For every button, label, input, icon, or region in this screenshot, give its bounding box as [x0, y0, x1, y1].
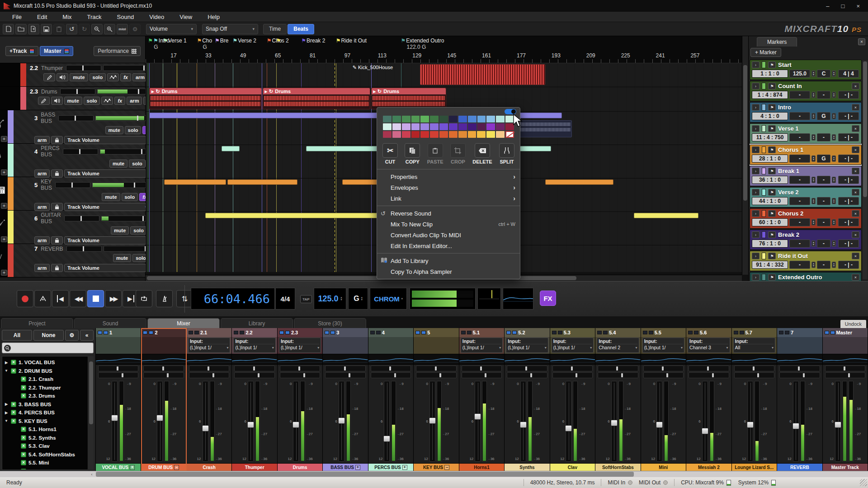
marker-tempo-field[interactable]: -: [789, 261, 810, 269]
beats-toggle-button[interactable]: Beats: [288, 24, 314, 34]
audio-clip[interactable]: ▸↻Drums: [371, 88, 446, 109]
pan-slider[interactable]: [734, 366, 774, 371]
channel-name-label[interactable]: Thumper: [232, 463, 277, 471]
eq-display[interactable]: [141, 354, 186, 365]
mute-button[interactable]: mute: [70, 73, 88, 81]
menu-file[interactable]: File: [5, 14, 29, 20]
new-file-icon-button[interactable]: [3, 24, 14, 34]
automation-param-select[interactable]: Track Volume▾: [64, 203, 150, 211]
send-slider[interactable]: [598, 372, 638, 378]
volume-fader[interactable]: [702, 381, 708, 462]
track-visible-checkbox[interactable]: ×: [11, 418, 16, 424]
channel-name-label[interactable]: Messiah 2: [686, 463, 731, 471]
send-slider[interactable]: [552, 372, 593, 378]
mixer-strip-1[interactable]: 106129182736VOCAL BUS+: [96, 328, 141, 471]
master-fx-button[interactable]: FX: [540, 291, 556, 306]
volume-fader[interactable]: [656, 381, 662, 462]
track-visible-checkbox[interactable]: ×: [21, 385, 26, 390]
menu-mix[interactable]: Mix: [55, 14, 79, 20]
menu-item-edit-in-external-editor[interactable]: Edit In External Editor...: [377, 240, 520, 251]
track-visible-checkbox[interactable]: ×: [21, 393, 26, 399]
expand-track-button[interactable]: +: [1, 270, 7, 276]
mixer-strip-4[interactable]: 406129182736PERCS BUS+: [368, 328, 414, 471]
color-swatch[interactable]: [411, 123, 420, 130]
marker-tempo-field[interactable]: -: [789, 112, 810, 120]
pan-slider[interactable]: [689, 366, 729, 371]
color-swatch[interactable]: [449, 131, 458, 138]
send-slider[interactable]: [825, 372, 865, 378]
pan-slider[interactable]: [643, 366, 684, 371]
clip-loop-icon[interactable]: ↻: [377, 89, 382, 94]
color-swatch[interactable]: [458, 131, 467, 138]
marker-time-field[interactable]: 1 : 1 : 0: [752, 70, 788, 78]
timeline-marker[interactable]: ⚑Bre: [215, 38, 228, 44]
paste-button[interactable]: PASTE: [427, 143, 443, 164]
marker-tempo-field[interactable]: -: [789, 133, 810, 141]
audio-clip[interactable]: [634, 213, 698, 218]
spinner-icon[interactable]: ▴▾: [811, 219, 816, 225]
channel-name-label[interactable]: Mini: [641, 463, 686, 471]
marker-timesig-field[interactable]: - | -: [838, 155, 859, 163]
clip-play-icon[interactable]: ▸: [265, 89, 268, 94]
audio-clip[interactable]: ▸↻Drums: [263, 88, 371, 109]
volume-slider[interactable]: [92, 182, 150, 188]
input-select[interactable]: Input:Channel 3▾: [688, 338, 730, 353]
volume-fader[interactable]: [566, 381, 571, 462]
channel-name-label[interactable]: VOCAL BUS+: [96, 463, 141, 471]
marker-row[interactable]: ›⚑Ride it Out×91 : 4 : 332-▴▾-▴▾- | -: [750, 251, 862, 271]
marker-color-swatch[interactable]: [762, 210, 766, 217]
color-swatch[interactable]: [468, 116, 476, 122]
spinner-icon[interactable]: ▴▾: [832, 155, 836, 162]
track-visible-checkbox[interactable]: ×: [11, 402, 16, 407]
eq-display[interactable]: [686, 354, 731, 365]
mixer-strip-2[interactable]: 206129182736DRUM BUS–: [141, 328, 186, 471]
lock-button[interactable]: [51, 236, 63, 244]
rewind-button[interactable]: ◀◀: [70, 290, 86, 307]
channel-name-label[interactable]: Lounge Lizard S...: [732, 463, 777, 471]
timeline-marker[interactable]: ⚑s 2: [276, 38, 289, 44]
track-row-6[interactable]: +6GUITAR BUSmutesolofxarmTrack Volume▾: [0, 211, 145, 244]
marker-timesig-field[interactable]: - | -: [838, 218, 859, 226]
color-swatch[interactable]: [449, 123, 458, 130]
marker-row[interactable]: ›⚑Chorus 2×60 : 1 : 0-▴▾-▴▾- | -: [750, 208, 862, 229]
color-swatch[interactable]: [449, 116, 458, 122]
marker-tempo-field[interactable]: 125.0: [789, 70, 810, 78]
marker-tempo-field[interactable]: -: [789, 218, 810, 226]
spinner-icon[interactable]: ▴▾: [832, 134, 836, 141]
track-row-3[interactable]: +3BASS BUSmutesolofxarmTrack Volume▾: [0, 110, 145, 144]
add-marker-button[interactable]: + Marker: [750, 48, 781, 57]
redo-icon-button[interactable]: ↻: [79, 24, 90, 34]
timeline-marker[interactable]: ⚑Verse 1: [163, 38, 186, 44]
key-display[interactable]: G▴▾: [348, 288, 368, 310]
input-select[interactable]: Input:(L)Input 1/▾: [552, 338, 594, 353]
menu-item-add-to-library[interactable]: Add To Library: [377, 255, 520, 266]
track-visible-checkbox[interactable]: ×: [21, 452, 26, 457]
pan-slider[interactable]: [66, 246, 102, 252]
pan-slider[interactable]: [66, 65, 101, 71]
channel-name-label[interactable]: REVERB: [777, 463, 822, 471]
group-toggle-badge[interactable]: –: [444, 465, 449, 470]
marker-timesig-field[interactable]: - | -: [838, 112, 859, 120]
pan-slider[interactable]: [779, 366, 820, 371]
eq-display[interactable]: [550, 354, 595, 365]
eq-display[interactable]: [368, 354, 413, 365]
input-select[interactable]: Input:Channel 2▾: [597, 338, 639, 353]
marker-expand-button[interactable]: ›: [752, 146, 760, 153]
spinner-icon[interactable]: ▴▾: [811, 177, 816, 183]
eq-display[interactable]: [187, 354, 231, 365]
marker-color-swatch[interactable]: [762, 189, 766, 196]
menu-item-envelopes[interactable]: Envelopes›: [377, 182, 520, 193]
color-swatch[interactable]: [430, 131, 439, 138]
lock-button[interactable]: [51, 203, 63, 211]
send-slider[interactable]: [143, 372, 184, 378]
marker-delete-button[interactable]: ×: [852, 210, 859, 217]
color-swatch[interactable]: [383, 123, 392, 130]
time-signature-display[interactable]: 4/4: [275, 288, 295, 310]
marker-key-field[interactable]: G: [817, 112, 830, 120]
color-swatch[interactable]: [392, 131, 401, 138]
arm-button[interactable]: arm: [34, 203, 50, 211]
zoom-out-icon-button[interactable]: [91, 24, 103, 34]
send-slider[interactable]: [189, 372, 229, 378]
audio-clip[interactable]: [306, 146, 381, 151]
minimize-button[interactable]: –: [826, 3, 829, 9]
